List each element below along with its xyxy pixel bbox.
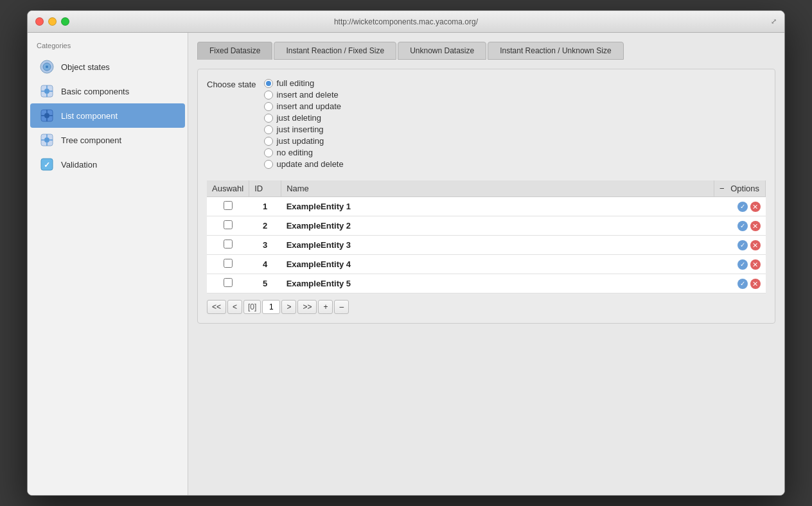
next-page-button[interactable]: > [281,300,296,314]
delete-icon[interactable]: ✕ [750,240,761,250]
remove-button[interactable]: – [334,300,349,314]
col-header-id: ID [249,180,281,197]
maximize-button[interactable] [61,17,69,26]
prev-page-button[interactable]: < [227,300,242,314]
sidebar-item-label: List component [61,111,118,121]
sidebar-item-tree-component[interactable]: Tree component [30,128,185,152]
row-id: 3 [249,236,281,255]
sidebar: Categories Object states B [28,33,188,495]
state-option-label: no editing [277,148,313,157]
row-options: ✓ ✕ [714,255,766,274]
state-option-insert-and-update[interactable]: insert and update [264,101,344,111]
col-header-name: Name [281,180,714,197]
row-checkbox[interactable] [224,201,233,210]
tabs-bar: Fixed Datasize Instant Reaction / Fixed … [197,42,775,60]
sidebar-item-validation[interactable]: ✓ Validation [30,152,185,177]
page-info: [0] [243,300,261,314]
row-name: ExampleEntity 4 [281,255,714,274]
edit-confirm-icon[interactable]: ✓ [737,240,748,250]
row-checkbox-cell [207,236,249,255]
radio-just-inserting[interactable] [264,125,273,134]
state-option-just-updating[interactable]: just updating [264,136,344,146]
delete-icon[interactable]: ✕ [750,202,761,212]
state-option-no-editing[interactable]: no editing [264,148,344,157]
sidebar-item-label: Basic components [61,87,129,96]
delete-icon[interactable]: ✕ [750,259,761,270]
tab-fixed-datasize[interactable]: Fixed Datasize [197,42,272,60]
state-option-just-deleting[interactable]: just deleting [264,113,344,123]
col-header-options: − Options [714,180,766,197]
edit-confirm-icon[interactable]: ✓ [737,259,748,270]
sidebar-item-list-component[interactable]: List component [30,103,185,128]
svg-point-16 [44,137,49,143]
table-row: 2 ExampleEntity 2 ✓ ✕ [207,216,766,236]
state-option-label: insert and delete [277,90,339,100]
add-button[interactable]: + [318,300,333,314]
table-row: 1 ExampleEntity 1 ✓ ✕ [207,197,766,216]
sidebar-item-object-states[interactable]: Object states [30,55,185,79]
tab-instant-reaction-unknown[interactable]: Instant Reaction / Unknown Size [488,42,623,60]
sidebar-item-label: Tree component [61,135,121,145]
svg-text:✓: ✓ [44,161,50,170]
expand-icon[interactable]: ⤢ [771,17,777,26]
state-option-label: just inserting [277,125,324,134]
delete-icon[interactable]: ✕ [750,221,761,231]
tree-component-icon [39,132,55,148]
tab-unknown-datasize[interactable]: Unknown Datasize [398,42,486,60]
row-name: ExampleEntity 5 [281,274,714,293]
window-body: Categories Object states B [28,33,784,495]
row-id: 1 [249,197,281,216]
radio-full-editing[interactable] [264,79,273,88]
row-options: ✓ ✕ [714,216,766,236]
edit-confirm-icon[interactable]: ✓ [737,221,748,231]
edit-confirm-icon[interactable]: ✓ [737,279,748,289]
row-checkbox-cell [207,216,249,236]
first-page-button[interactable]: << [207,300,226,314]
table-row: 5 ExampleEntity 5 ✓ ✕ [207,274,766,293]
row-options: ✓ ✕ [714,274,766,293]
radio-just-updating[interactable] [264,137,273,146]
state-option-insert-and-delete[interactable]: insert and delete [264,90,344,100]
row-checkbox-cell [207,197,249,216]
svg-point-2 [46,65,48,68]
state-option-label: insert and update [277,101,341,111]
main-content: Fixed Datasize Instant Reaction / Fixed … [188,33,784,495]
validation-icon: ✓ [39,157,55,172]
state-option-label: just deleting [277,113,321,123]
state-option-label: full editing [277,78,315,88]
state-option-full-editing[interactable]: full editing [264,78,344,88]
state-option-label: just updating [277,136,324,146]
delete-icon[interactable]: ✕ [750,279,761,289]
titlebar: http://wicketcomponents.mac.yacoma.org/ … [28,11,784,33]
minimize-button[interactable] [48,17,57,26]
state-option-update-and-delete[interactable]: update and delete [264,159,344,169]
close-button[interactable] [35,17,44,26]
radio-update-and-delete[interactable] [264,160,273,169]
state-option-just-inserting[interactable]: just inserting [264,125,344,134]
row-name: ExampleEntity 1 [281,197,714,216]
sidebar-item-label: Validation [61,160,97,170]
table-row: 3 ExampleEntity 3 ✓ ✕ [207,236,766,255]
tab-instant-reaction-fixed[interactable]: Instant Reaction / Fixed Size [274,42,396,60]
table-row: 4 ExampleEntity 4 ✓ ✕ [207,255,766,274]
edit-confirm-icon[interactable]: ✓ [737,202,748,212]
row-options: ✓ ✕ [714,236,766,255]
sidebar-item-label: Object states [61,62,110,72]
last-page-button[interactable]: >> [297,300,317,314]
main-window: http://wicketcomponents.mac.yacoma.org/ … [27,10,785,496]
radio-insert-and-delete[interactable] [264,91,273,100]
radio-insert-and-update[interactable] [264,102,273,111]
row-checkbox[interactable] [224,259,233,268]
page-number-input[interactable] [262,300,280,314]
radio-no-editing[interactable] [264,148,273,157]
basic-components-icon [39,83,55,99]
col-minus-icon[interactable]: − [719,184,725,193]
choose-state-label: Choose state [207,78,256,89]
row-checkbox[interactable] [224,278,233,287]
row-checkbox[interactable] [224,240,233,249]
sidebar-item-basic-components[interactable]: Basic components [30,79,185,103]
object-states-icon [39,59,55,74]
radio-just-deleting[interactable] [264,114,273,123]
row-checkbox[interactable] [224,220,233,229]
pagination-bar: << < [0] > >> + – [207,300,766,314]
